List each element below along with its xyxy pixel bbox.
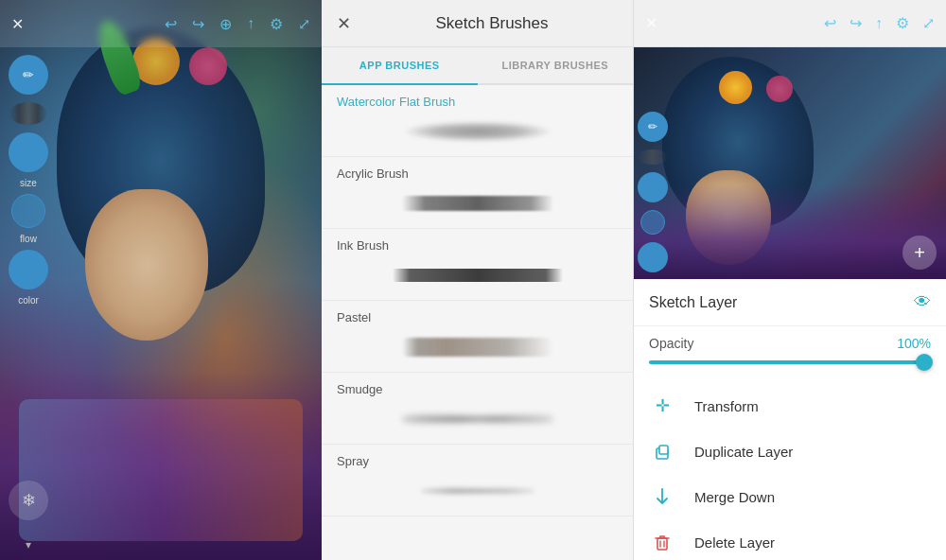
brush-preview-watercolor [337, 113, 618, 150]
mini-decoration-flower [719, 71, 752, 104]
brush-name-smudge: Smudge [337, 382, 618, 396]
decoration-pink [189, 47, 227, 85]
symmetry-icon: ❄ [22, 490, 36, 511]
brush-list: Watercolor Flat Brush Acrylic Brush Ink … [322, 85, 633, 560]
undo-button[interactable]: ↩ [165, 15, 177, 33]
brush-stroke-sample [9, 102, 47, 125]
right-artwork-preview[interactable]: ✏ + [634, 47, 946, 279]
mini-brush-stroke [638, 149, 668, 165]
right-close-button[interactable]: ✕ [645, 14, 657, 32]
brush-preview-pastel [337, 328, 618, 366]
layer-title: Sketch Layer [649, 294, 914, 311]
right-undo-button[interactable]: ↩ [824, 14, 836, 32]
watercolor-stroke [402, 121, 553, 142]
symmetry-button[interactable]: ❄ [9, 481, 48, 520]
left-panel: ✕ ↩ ↪ ⊕ ↑ ⚙ ⤢ ✏ size flow color ❄ ▾ [0, 0, 322, 560]
opacity-slider-container [634, 360, 946, 377]
settings-button[interactable]: ⚙ [270, 15, 283, 33]
opacity-slider-thumb[interactable] [916, 354, 933, 371]
svg-rect-2 [657, 538, 667, 550]
duplicate-icon [649, 441, 675, 462]
fullscreen-button[interactable]: ⤢ [298, 15, 310, 33]
opacity-value: 100% [897, 336, 931, 351]
opacity-row: Opacity 100% [634, 326, 946, 360]
brush-name-ink: Ink Brush [337, 238, 618, 253]
layer-visibility-toggle[interactable]: 👁 [914, 292, 931, 312]
mini-left-tools: ✏ [634, 104, 672, 272]
duplicate-label: Duplicate Layer [694, 444, 793, 460]
mini-decoration-pink [766, 76, 793, 102]
transform-label: Transform [694, 398, 759, 414]
tab-library-brushes[interactable]: LIBRARY BRUSHES [478, 47, 634, 85]
right-fullscreen-button[interactable]: ⤢ [922, 14, 935, 32]
merge-label: Merge Down [694, 489, 775, 505]
add-layer-button[interactable]: + [902, 236, 937, 270]
flow-control[interactable] [11, 194, 45, 228]
mini-pencil-tool[interactable]: ✏ [638, 112, 668, 142]
brush-preview-ink [337, 256, 618, 294]
mini-color-picker[interactable] [638, 242, 668, 272]
mini-flow-control[interactable] [640, 210, 665, 235]
right-toolbar: ✕ ↩ ↪ ↑ ⚙ ⤢ [634, 0, 946, 47]
layer-panel: Sketch Layer 👁 Opacity 100% ✛ Transform [634, 279, 946, 560]
expand-tools-button[interactable]: ▾ [9, 534, 48, 556]
export-button[interactable]: ↑ [247, 15, 254, 32]
color-label: color [18, 295, 39, 306]
color-picker[interactable] [9, 250, 48, 289]
right-export-button[interactable]: ↑ [875, 15, 883, 32]
tab-app-brushes[interactable]: APP BRUSHES [322, 47, 478, 85]
duplicate-layer-action[interactable]: Duplicate Layer [634, 429, 946, 474]
size-label: size [20, 178, 37, 188]
spray-stroke [421, 482, 534, 499]
layer-actions: ✛ Transform Duplicate Layer [634, 377, 946, 560]
brush-preview-smudge [337, 400, 618, 438]
svg-rect-1 [659, 446, 668, 454]
brush-item-pastel[interactable]: Pastel [322, 301, 633, 373]
pastel-stroke [402, 338, 553, 357]
transform-icon: ✛ [649, 395, 675, 416]
delete-icon [649, 532, 675, 552]
redo-button[interactable]: ↪ [192, 15, 204, 33]
brush-tabs: APP BRUSHES LIBRARY BRUSHES [322, 47, 633, 85]
brush-name-watercolor: Watercolor Flat Brush [337, 95, 618, 109]
brush-preview-acrylic [337, 184, 618, 222]
ink-stroke [393, 269, 563, 282]
merge-icon [649, 486, 675, 507]
right-settings-button[interactable]: ⚙ [896, 14, 909, 32]
brush-panel-title: Sketch Brushes [366, 14, 618, 33]
close-button[interactable]: ✕ [11, 15, 24, 33]
brush-preview-spray [337, 472, 618, 510]
character-face [85, 189, 208, 341]
brush-item-ink[interactable]: Ink Brush [322, 229, 633, 301]
opacity-label: Opacity [649, 336, 715, 351]
left-toolbar: ✕ ↩ ↪ ⊕ ↑ ⚙ ⤢ [0, 0, 322, 47]
pencil-tool[interactable]: ✏ [9, 55, 48, 95]
right-redo-button[interactable]: ↪ [850, 14, 862, 32]
opacity-slider-track[interactable] [649, 360, 931, 364]
brush-panel-header: ✕ Sketch Brushes [322, 0, 633, 47]
delete-label: Delete Layer [694, 534, 775, 551]
brush-name-spray: Spray [337, 454, 618, 468]
mini-size-control[interactable] [638, 172, 668, 202]
artwork-lower-details [19, 399, 303, 541]
acrylic-stroke [402, 196, 553, 211]
transform-action[interactable]: ✛ Transform [634, 383, 946, 429]
flow-label: flow [20, 234, 37, 244]
right-panel: ✕ ↩ ↪ ↑ ⚙ ⤢ ✏ + Sketch Layer 👁 Opacity [634, 0, 946, 560]
layer-header: Sketch Layer 👁 [634, 279, 946, 326]
brush-item-watercolor[interactable]: Watercolor Flat Brush [322, 85, 633, 157]
delete-layer-action[interactable]: Delete Layer [634, 519, 946, 560]
brush-panel: ✕ Sketch Brushes APP BRUSHES LIBRARY BRU… [322, 0, 634, 560]
brush-name-acrylic: Acrylic Brush [337, 166, 618, 181]
mini-lower-bg [634, 184, 946, 279]
layers-button[interactable]: ⊕ [219, 15, 232, 33]
brush-item-spray[interactable]: Spray [322, 445, 633, 516]
brush-item-acrylic[interactable]: Acrylic Brush [322, 157, 633, 229]
size-control[interactable] [9, 132, 48, 172]
merge-down-action[interactable]: Merge Down [634, 474, 946, 519]
brush-panel-close[interactable]: ✕ [337, 13, 351, 34]
left-side-tools: ✏ size flow color ❄ ▾ [0, 47, 57, 560]
brush-name-pastel: Pastel [337, 310, 618, 324]
pencil-icon: ✏ [23, 67, 34, 82]
brush-item-smudge[interactable]: Smudge [322, 373, 633, 445]
